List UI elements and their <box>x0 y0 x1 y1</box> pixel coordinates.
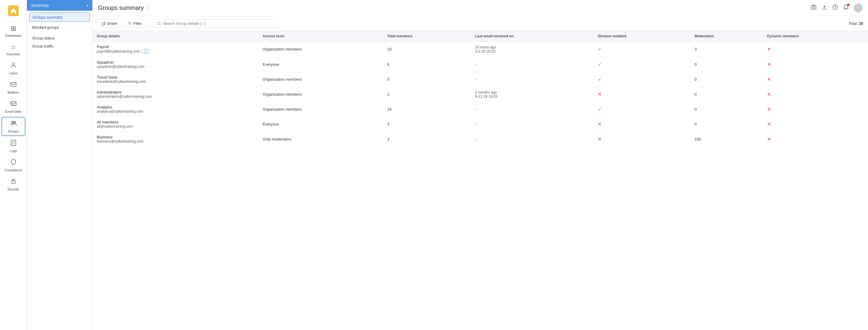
filter-icon <box>128 22 132 26</box>
table-row: Sysadminsysadmin@zylkertraining.comEvery… <box>93 57 868 72</box>
cell-group-details: Analyticsanalytics@zylkertraining.com <box>93 102 258 117</box>
help-icon[interactable] <box>832 4 838 12</box>
search-input[interactable] <box>163 21 275 26</box>
cell-total-members: 24 <box>383 102 471 117</box>
sidebar-item-mailbox[interactable]: Mailbox <box>1 79 25 96</box>
svg-rect-12 <box>101 23 104 25</box>
group-name: Sysadmin <box>97 60 254 65</box>
filter-button[interactable]: Filter <box>124 19 146 28</box>
user-avatar[interactable] <box>854 4 863 12</box>
group-email: payroll@zylkertraining.com+1 <box>97 49 254 54</box>
sidebar-item-security[interactable]: Security <box>1 176 25 193</box>
cell-access-level: Organization members <box>258 72 383 87</box>
submenu-panel: Summary ▾ Groups summary Blocked groups … <box>27 0 93 330</box>
cell-total-members: 3 <box>383 132 471 147</box>
group-badge[interactable]: +1 <box>141 49 150 54</box>
submenu-header[interactable]: Summary ▾ <box>27 0 92 11</box>
cell-last-email: – <box>471 72 593 87</box>
app-logo[interactable] <box>6 3 21 20</box>
table-row: Travel Desktraveldesk@zylkertraining.com… <box>93 72 868 87</box>
email-time: 19 hours ago <box>475 45 589 49</box>
sidebar-item-email-stats[interactable]: Email stats <box>1 98 25 116</box>
table-header-row: Group details Access level Total members… <box>93 31 868 41</box>
col-group-details: Group details <box>93 31 258 41</box>
table-row: All membersall@zylkertraining.comEveryon… <box>93 117 868 132</box>
upload-icon[interactable] <box>822 4 827 12</box>
group-traffic-label: Group traffic <box>32 44 54 49</box>
sidebar-item-groups[interactable]: Groups <box>1 117 25 136</box>
groups-table: Group details Access level Total members… <box>93 31 868 147</box>
submenu-group-status[interactable]: Group status › <box>27 33 92 41</box>
cell-last-email: – <box>471 102 593 117</box>
sidebar-item-label: Security <box>7 187 20 191</box>
submenu-item-blocked-groups[interactable]: Blocked groups <box>27 23 92 32</box>
sidebar-item-label: Groups <box>8 129 19 133</box>
chevron-down-icon: ▾ <box>87 4 88 7</box>
svg-rect-8 <box>811 6 816 9</box>
col-moderation: Moderation <box>690 31 763 41</box>
group-name: Business <box>97 135 254 139</box>
cell-access-level: Everyone <box>258 117 383 132</box>
cell-dynamic-members: ✕ <box>763 117 868 132</box>
mailbox-icon <box>10 81 17 89</box>
group-name: Analytics <box>97 105 254 110</box>
cell-last-email: 19 hours ago3-2-25 20:23 <box>471 41 593 57</box>
group-name: All members <box>97 120 254 124</box>
group-email: administrators@zylkertraining.com <box>97 94 254 99</box>
cell-total-members: 3 <box>383 117 471 132</box>
cell-moderation: 3 <box>690 41 763 57</box>
group-name: Payroll <box>97 44 254 49</box>
main-sidebar: ⊞ Dashboard ☆ Favorites Users Mailbox Em… <box>0 0 27 330</box>
share-button[interactable]: Share <box>97 19 121 28</box>
groups-icon <box>10 120 17 128</box>
svg-point-5 <box>14 121 16 123</box>
cell-group-details: Travel Desktraveldesk@zylkertraining.com <box>93 72 258 87</box>
email-date: 3-2-25 20:23 <box>475 49 589 54</box>
favorite-star-icon[interactable]: ☆ <box>146 5 150 11</box>
cell-streams-enabled: ✓ <box>593 41 690 57</box>
cross-icon: ✕ <box>767 47 771 52</box>
cell-access-level: Organization members <box>258 41 383 57</box>
submenu-group-traffic[interactable]: Group traffic › <box>27 41 92 50</box>
sidebar-item-logs[interactable]: Logs <box>1 137 25 155</box>
cell-dynamic-members: ✕ <box>763 87 868 102</box>
chevron-right-icon: › <box>86 36 87 40</box>
email-date: 6-11-24 19:03 <box>475 94 589 99</box>
submenu-item-groups-summary[interactable]: Groups summary <box>29 12 90 22</box>
table-row: Administratorsadministrators@zylkertrain… <box>93 87 868 102</box>
group-email: business@zylkertraining.com <box>97 139 254 144</box>
dash-indicator: – <box>475 122 477 126</box>
toolbar-divider <box>149 20 150 27</box>
cross-icon: ✕ <box>598 92 601 97</box>
sidebar-item-dashboard[interactable]: ⊞ Dashboard <box>1 23 25 40</box>
col-dynamic-members: Dynamic members <box>763 31 868 41</box>
camera-icon[interactable] <box>811 4 817 12</box>
col-access-level: Access level <box>258 31 383 41</box>
cell-streams-enabled: ✓ <box>593 57 690 72</box>
dash-indicator: – <box>475 137 477 141</box>
sidebar-item-favorites[interactable]: ☆ Favorites <box>1 41 25 58</box>
svg-rect-2 <box>11 83 16 86</box>
notifications-icon[interactable] <box>843 4 849 12</box>
cell-total-members: 5 <box>383 72 471 87</box>
cross-icon: ✕ <box>598 137 601 142</box>
main-content: Groups summary ☆ Share <box>93 0 868 330</box>
cell-dynamic-members: ✕ <box>763 102 868 117</box>
group-name: Administrators <box>97 90 254 94</box>
cell-access-level: Everyone <box>258 57 383 72</box>
sidebar-item-users[interactable]: Users <box>1 59 25 78</box>
cell-dynamic-members: ✕ <box>763 132 868 147</box>
cell-moderation: 0 <box>690 57 763 72</box>
submenu-items: Groups summary Blocked groups <box>27 11 92 33</box>
cell-group-details: Administratorsadministrators@zylkertrain… <box>93 87 258 102</box>
sidebar-item-compliance[interactable]: Compliance <box>1 156 25 174</box>
cell-access-level: Organization members <box>258 87 383 102</box>
cross-icon: ✕ <box>767 92 771 97</box>
notification-badge <box>847 4 849 6</box>
email-time: 2 months ago <box>475 90 589 94</box>
search-box[interactable] <box>153 19 279 28</box>
sidebar-item-label: Mailbox <box>8 91 19 94</box>
dash-indicator: – <box>475 77 477 82</box>
cell-dynamic-members: ✕ <box>763 72 868 87</box>
cross-icon: ✕ <box>767 77 771 82</box>
